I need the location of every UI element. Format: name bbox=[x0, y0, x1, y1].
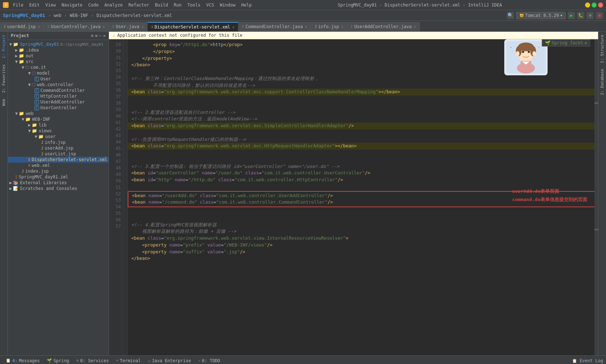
spring-facet-button[interactable]: 🌱 Spring facet ⚙ bbox=[542, 39, 590, 46]
sidebar-icon-4[interactable]: ✕ bbox=[103, 33, 106, 38]
minimize-button[interactable]: − bbox=[585, 3, 590, 8]
bottom-tab-services[interactable]: ⚙ 8: Services bbox=[74, 358, 112, 364]
tree-comit[interactable]: ▼ ⬡ com.it bbox=[8, 65, 109, 70]
menu-code[interactable]: Code bbox=[85, 2, 102, 8]
right-tab-database[interactable]: 2: Database bbox=[599, 66, 606, 98]
tree-iml[interactable]: I SpringMVC_day01.iml bbox=[8, 174, 109, 180]
tree-src[interactable]: ▼ 📁 src bbox=[8, 59, 109, 65]
search-icon[interactable]: 🔍 bbox=[507, 12, 514, 19]
editor-area: ⚠ Application context not configured for… bbox=[109, 32, 598, 355]
menu-refactor[interactable]: Refactor bbox=[126, 2, 152, 8]
tree-lib[interactable]: ▶ 📁 lib bbox=[8, 122, 109, 128]
tree-info-jsp[interactable]: J info.jsp bbox=[8, 139, 109, 145]
stop-icon[interactable]: ■ bbox=[596, 12, 603, 19]
run-icon[interactable]: ▶ bbox=[568, 12, 575, 19]
spring-facet-label: Spring facet bbox=[552, 40, 583, 45]
tree-useradd-jsp[interactable]: J userAdd.jsp bbox=[8, 145, 109, 151]
tree-scratches[interactable]: ▶ 📝 Scratches and Consoles bbox=[8, 186, 109, 191]
tree-web[interactable]: ▼ 📁 web bbox=[8, 111, 109, 116]
tree-user-folder[interactable]: ▼ 📁 user bbox=[8, 134, 109, 139]
tree-comit-label: com.it bbox=[30, 65, 46, 70]
annotation-command: command.do表单信息提交到的页面 bbox=[512, 196, 587, 203]
tree-webinf[interactable]: ▼ 📁 WEB-INF bbox=[8, 116, 109, 122]
tree-idea[interactable]: ▶ 📁 .idea bbox=[8, 47, 109, 53]
sidebar-icon-2[interactable]: ≡ bbox=[95, 33, 97, 38]
tree-web-xml[interactable]: X web.xml bbox=[8, 163, 109, 168]
menu-help[interactable]: Help bbox=[238, 2, 255, 8]
tree-commandcontroller[interactable]: C CommandController bbox=[8, 88, 109, 93]
breadcrumb-web[interactable]: web bbox=[54, 13, 62, 18]
right-tab-structure[interactable]: 1: Structure bbox=[599, 32, 606, 66]
left-tab-project[interactable]: 1: Project bbox=[0, 32, 7, 61]
tab-close-3[interactable]: × bbox=[232, 25, 234, 29]
tab-close-1[interactable]: × bbox=[103, 25, 105, 29]
close-button[interactable]: × bbox=[598, 3, 603, 8]
tree-httpcontroller-label: HttpController bbox=[40, 94, 77, 99]
tab-useraddcontroller-java[interactable]: C UserAddController.java × bbox=[347, 22, 420, 31]
tree-views[interactable]: ▼ 📁 views bbox=[8, 128, 109, 134]
tree-webcontroller[interactable]: ▼ ⬡ web.controller bbox=[8, 82, 109, 88]
annotation-useradd: userAdd.do表单页面 bbox=[512, 188, 587, 195]
sidebar-icon-3[interactable]: — bbox=[99, 33, 102, 38]
tree-external-libs[interactable]: ▶ 📚 External Libraries bbox=[8, 180, 109, 186]
event-log[interactable]: 📋 Event Log bbox=[572, 358, 603, 363]
tab-user-java[interactable]: C User.java × bbox=[109, 22, 148, 31]
bottom-tab-terminal[interactable]: ⌨ Terminal bbox=[113, 358, 144, 364]
tree-useraddcontroller[interactable]: C UserAddController bbox=[8, 99, 109, 105]
tree-user-class[interactable]: C User bbox=[8, 76, 109, 82]
tab-close-0[interactable]: × bbox=[38, 25, 40, 29]
menu-edit[interactable]: Edit bbox=[26, 2, 43, 8]
tab-usercontroller-java[interactable]: C UserController.java × bbox=[44, 22, 109, 31]
sidebar-icon-1[interactable]: ⊕ bbox=[91, 33, 93, 38]
build-icon[interactable]: ⚙ bbox=[587, 12, 594, 19]
menu-window[interactable]: Window bbox=[217, 2, 238, 8]
menu-analyze[interactable]: Analyze bbox=[101, 2, 126, 8]
tab-commandcontroller-java[interactable]: C CommandController.java × bbox=[238, 22, 311, 31]
project-name[interactable]: SpringMVC_day01 bbox=[3, 13, 45, 18]
menu-run[interactable]: Run bbox=[171, 2, 185, 8]
menu-vcs[interactable]: VCS bbox=[203, 2, 217, 8]
bottom-tab-javaee[interactable]: ☕ Java Enterprise bbox=[145, 358, 194, 364]
scroll-thumb-2 bbox=[594, 229, 598, 230]
tab-info-jsp[interactable]: J info.jsp × bbox=[311, 22, 347, 31]
menu-file[interactable]: File bbox=[10, 2, 26, 8]
tree-src-label: src bbox=[26, 59, 34, 64]
bottom-tool-bar: 📋 4: Messages 🌱 Spring ⚙ 8: Services ⌨ T… bbox=[0, 355, 606, 364]
spring-facet-settings-icon[interactable]: ⚙ bbox=[584, 41, 587, 45]
menu-view[interactable]: View bbox=[43, 2, 59, 8]
maximize-button[interactable]: □ bbox=[592, 3, 597, 8]
tree-userlist-jsp[interactable]: J userList.jsp bbox=[8, 151, 109, 157]
tab-dispatcherservlet-xml[interactable]: X DispatcherServlet-servlet.xml × bbox=[148, 22, 238, 31]
tree-project-root[interactable]: ▼ 📁 SpringMVC_day01 D:\SpringMVC_day01 bbox=[8, 41, 109, 47]
tab-close-2[interactable]: × bbox=[141, 25, 144, 29]
tree-useradd-jsp-label: userAdd.jsp bbox=[45, 146, 73, 151]
editor-tabs: J userAdd.jsp × C UserController.java × … bbox=[0, 21, 606, 32]
menu-tools[interactable]: Tools bbox=[185, 2, 203, 8]
bottom-tab-messages[interactable]: 📋 4: Messages bbox=[3, 358, 43, 364]
breadcrumb-file[interactable]: DispatcherServlet-servlet.xml bbox=[96, 13, 172, 18]
breadcrumb-webinf[interactable]: WEB-INF bbox=[70, 13, 88, 18]
svg-point-10 bbox=[532, 51, 536, 56]
bottom-tab-todo[interactable]: ✓ 6: TODO bbox=[195, 358, 223, 364]
left-tab-favorites[interactable]: 2: Favorites bbox=[0, 61, 7, 96]
tomcat-button[interactable]: 🐱 Tomcat 8.5.29 ▼ bbox=[516, 12, 566, 19]
tree-model-label: model bbox=[37, 71, 50, 76]
tab-close-4[interactable]: × bbox=[305, 25, 307, 29]
tab-close-6[interactable]: × bbox=[414, 25, 416, 29]
tree-model[interactable]: ▼ ⬡ model bbox=[8, 70, 109, 76]
menu-build[interactable]: Build bbox=[152, 2, 171, 8]
bottom-tab-spring[interactable]: 🌱 Spring bbox=[44, 358, 72, 364]
menu-navigate[interactable]: Navigate bbox=[59, 2, 85, 8]
tree-dispatcherservlet-xml[interactable]: X DispatcherServlet-servlet.xml bbox=[8, 157, 109, 163]
tab-close-5[interactable]: × bbox=[341, 25, 343, 29]
tree-usercontroller[interactable]: C UserController bbox=[8, 105, 109, 111]
expand-icon: ▼ bbox=[9, 42, 12, 47]
editor-content[interactable]: 🌱 Spring facet ⚙ bbox=[109, 39, 598, 355]
tree-index-jsp[interactable]: J index.jsp bbox=[8, 168, 109, 174]
left-tab-web[interactable]: Web bbox=[0, 96, 7, 109]
tab-useradd-jsp[interactable]: J userAdd.jsp × bbox=[0, 22, 44, 31]
tree-httpcontroller[interactable]: C HttpController bbox=[8, 93, 109, 99]
tree-out[interactable]: ▶ 📁 out bbox=[8, 53, 109, 59]
right-scroll-indicator[interactable] bbox=[594, 39, 598, 355]
debug-icon[interactable]: 🐛 bbox=[577, 12, 584, 19]
